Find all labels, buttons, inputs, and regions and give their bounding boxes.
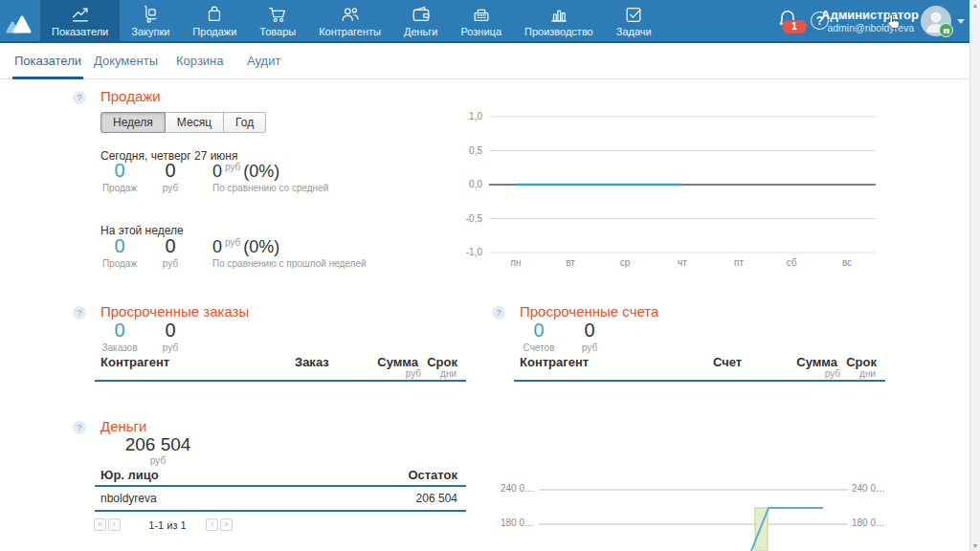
- table-row-entity[interactable]: nboldyreva: [100, 492, 157, 505]
- y-tick: -0,5: [452, 213, 482, 224]
- pagination-prev-button[interactable]: ‹: [108, 518, 121, 531]
- tasks-icon: [623, 4, 644, 25]
- column-header[interactable]: Юр. лицо: [100, 468, 159, 482]
- overdue-invoices-title: Просроченные счета: [520, 303, 658, 320]
- column-header[interactable]: Сумма: [351, 355, 418, 369]
- x-tick: чт: [668, 257, 697, 268]
- user-email: admin@nboldyreva: [821, 22, 914, 34]
- column-header[interactable]: Контрагент: [100, 355, 169, 369]
- sales-icon: [204, 4, 225, 25]
- tab-audit[interactable]: Аудит: [247, 43, 280, 79]
- column-header[interactable]: Сумма: [770, 355, 837, 369]
- y-tick-right: 180 0…: [852, 518, 892, 528]
- nav-item-production[interactable]: Производство: [513, 0, 605, 41]
- notifications-button[interactable]: 1: [775, 8, 804, 36]
- y-tick-left: 180 0…: [498, 518, 534, 528]
- column-header[interactable]: Срок: [829, 355, 877, 369]
- goods-icon: [267, 4, 288, 25]
- sales-week-count: 0 Продаж: [97, 236, 143, 269]
- nav-item-label: Продажи: [192, 26, 236, 37]
- nav-item-goods[interactable]: Товары: [248, 0, 307, 41]
- counterparties-icon: [340, 4, 361, 25]
- nav-item-tasks[interactable]: Задачи: [605, 0, 663, 41]
- nav-item-label: Задачи: [616, 26, 652, 37]
- x-tick: ср: [611, 257, 639, 268]
- nav-item-label: Контрагенты: [319, 26, 381, 37]
- user-menu-caret-icon[interactable]: [957, 19, 965, 24]
- user-name: Администратор: [821, 8, 914, 22]
- overdue-invoices-count: 0 Счетов: [515, 320, 563, 353]
- scroll-up-icon[interactable]: ▲: [970, 2, 980, 9]
- period-year-button[interactable]: Год: [224, 112, 266, 133]
- nav-item-sales[interactable]: Продажи: [181, 0, 248, 41]
- y-tick: -1,0: [452, 247, 482, 257]
- table-header-divider: [514, 380, 885, 382]
- nav-item-retail[interactable]: Розница: [449, 0, 513, 41]
- table-header-divider: [95, 380, 466, 382]
- nav-item-purchases[interactable]: Закупки: [120, 0, 181, 41]
- overdue-orders-help-icon[interactable]: ?: [73, 306, 86, 320]
- sales-today-amount: 0 руб: [147, 161, 193, 193]
- sales-title: Продажи: [100, 88, 161, 104]
- notification-badge: 1: [782, 20, 807, 33]
- period-month-button[interactable]: Месяц: [166, 112, 224, 133]
- column-header[interactable]: Остаток: [400, 468, 457, 482]
- nav-item-label: Показатели: [52, 26, 108, 37]
- x-tick: сб: [777, 257, 806, 268]
- overdue-invoices-help-icon[interactable]: ?: [492, 306, 505, 320]
- column-header[interactable]: Контрагент: [520, 355, 589, 369]
- x-tick: пн: [501, 257, 530, 268]
- purchases-icon: [140, 4, 161, 25]
- nav-item-label: Производство: [524, 26, 593, 37]
- money-help-icon[interactable]: ?: [73, 421, 86, 434]
- sales-help-icon[interactable]: ?: [73, 91, 86, 104]
- x-tick: вт: [556, 257, 585, 268]
- metrics-icon: [70, 4, 91, 25]
- column-header[interactable]: Счет: [713, 355, 742, 369]
- nav-item-money[interactable]: Деньги: [392, 0, 450, 41]
- y-tick-right: 240 0…: [852, 483, 892, 494]
- sales-today-compare: 0руб(0%): [212, 162, 279, 182]
- column-unit: дни: [400, 368, 457, 379]
- x-tick: пт: [724, 257, 753, 268]
- tab-dokumenty[interactable]: Документы: [94, 43, 158, 79]
- nav-item-metrics[interactable]: Показатели: [40, 0, 120, 41]
- pagination-last-button[interactable]: »: [220, 518, 233, 531]
- y-tick: 0,0: [452, 179, 482, 189]
- period-week-button[interactable]: Неделя: [100, 112, 166, 133]
- sales-week-compare-label: По сравнению с прошлой неделей: [212, 258, 367, 269]
- column-header[interactable]: Срок: [410, 355, 457, 369]
- money-icon: [411, 4, 432, 25]
- overdue-invoices-amount: 0 руб: [568, 320, 611, 353]
- scroll-down-icon[interactable]: ▼: [970, 542, 980, 549]
- production-icon: [548, 4, 569, 25]
- vertical-scrollbar[interactable]: ▲ ▼: [969, 0, 980, 551]
- money-total: 206 504 руб: [99, 434, 217, 466]
- nav-item-label: Деньги: [404, 26, 438, 37]
- table-header-divider: [95, 485, 466, 487]
- nav-item-label: Закупки: [131, 26, 169, 37]
- overdue-orders-amount: 0 руб: [149, 320, 191, 353]
- nav-item-counterparties[interactable]: Контрагенты: [307, 0, 392, 41]
- sales-chart-canvas: [467, 105, 880, 268]
- avatar[interactable]: [921, 6, 951, 36]
- pagination-first-button[interactable]: «: [94, 518, 106, 531]
- sales-week-amount: 0 руб: [147, 236, 193, 269]
- pagination-next-button[interactable]: ›: [206, 518, 218, 531]
- money-title: Деньги: [100, 418, 146, 434]
- top-navigation-bar: Показатели Закупки Продажи Товары: [0, 0, 980, 43]
- gift-badge-icon: [939, 23, 953, 37]
- y-tick-left: 240 0…: [498, 483, 534, 494]
- cloud-logo-icon: [6, 9, 34, 33]
- tab-korzina[interactable]: Корзина: [176, 43, 224, 79]
- app-logo[interactable]: [0, 0, 40, 41]
- retail-icon: [471, 4, 492, 25]
- user-menu[interactable]: Администратор admin@nboldyreva: [821, 8, 914, 34]
- y-tick: 1,0: [452, 111, 482, 121]
- column-header[interactable]: Заказ: [295, 355, 329, 369]
- tab-pokazateli[interactable]: Показатели: [14, 43, 81, 79]
- nav-item-label: Розница: [460, 26, 501, 37]
- nav-item-label: Товары: [259, 26, 296, 37]
- sales-period-toggle: Неделя Месяц Год: [100, 112, 266, 133]
- pagination-label: 1-1 из 1: [134, 519, 201, 531]
